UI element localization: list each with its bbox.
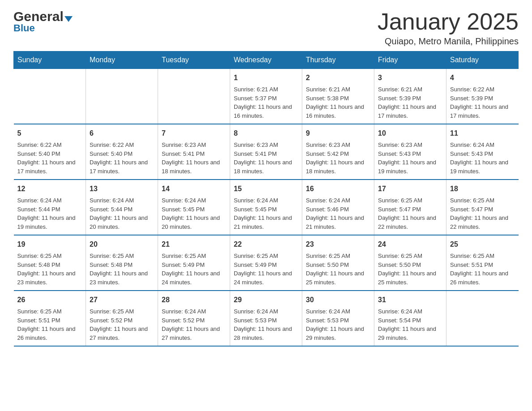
- day-number: 10: [378, 128, 442, 139]
- day-info: Sunrise: 6:25 AM Sunset: 5:52 PM Dayligh…: [90, 307, 154, 342]
- day-number: 11: [450, 128, 515, 139]
- day-number: 16: [306, 184, 370, 194]
- logo-general-text: General: [13, 9, 64, 24]
- col-tuesday: Tuesday: [158, 51, 230, 69]
- calendar-cell: 15Sunrise: 6:24 AM Sunset: 5:45 PM Dayli…: [230, 180, 302, 235]
- col-wednesday: Wednesday: [230, 51, 302, 69]
- day-info: Sunrise: 6:21 AM Sunset: 5:38 PM Dayligh…: [306, 85, 370, 120]
- day-number: 1: [234, 73, 298, 83]
- calendar-cell: 29Sunrise: 6:24 AM Sunset: 5:53 PM Dayli…: [230, 291, 302, 346]
- day-number: 27: [90, 295, 154, 305]
- calendar-cell: [14, 69, 86, 124]
- day-info: Sunrise: 6:24 AM Sunset: 5:46 PM Dayligh…: [306, 196, 370, 231]
- calendar-cell: 1Sunrise: 6:21 AM Sunset: 5:37 PM Daylig…: [230, 69, 302, 124]
- day-number: 12: [17, 184, 82, 194]
- calendar-cell: [446, 291, 519, 346]
- day-number: 31: [378, 295, 442, 305]
- calendar-cell: 5Sunrise: 6:22 AM Sunset: 5:40 PM Daylig…: [14, 124, 86, 180]
- calendar-cell: 23Sunrise: 6:25 AM Sunset: 5:50 PM Dayli…: [302, 235, 374, 291]
- calendar-cell: 6Sunrise: 6:22 AM Sunset: 5:40 PM Daylig…: [86, 124, 158, 180]
- col-sunday: Sunday: [14, 51, 86, 69]
- day-number: 20: [90, 239, 154, 250]
- day-number: 6: [90, 128, 154, 139]
- col-monday: Monday: [86, 51, 158, 69]
- day-number: 8: [234, 128, 298, 139]
- day-info: Sunrise: 6:24 AM Sunset: 5:43 PM Dayligh…: [450, 141, 515, 176]
- calendar-cell: 16Sunrise: 6:24 AM Sunset: 5:46 PM Dayli…: [302, 180, 374, 235]
- day-number: 2: [306, 73, 370, 83]
- calendar-cell: [86, 69, 158, 124]
- day-number: 25: [450, 239, 515, 250]
- day-info: Sunrise: 6:24 AM Sunset: 5:53 PM Dayligh…: [234, 307, 298, 342]
- calendar-cell: 3Sunrise: 6:21 AM Sunset: 5:39 PM Daylig…: [374, 69, 446, 124]
- day-number: 14: [162, 184, 226, 194]
- day-info: Sunrise: 6:23 AM Sunset: 5:42 PM Dayligh…: [306, 141, 370, 176]
- calendar-cell: 22Sunrise: 6:25 AM Sunset: 5:49 PM Dayli…: [230, 235, 302, 291]
- calendar-cell: 26Sunrise: 6:25 AM Sunset: 5:51 PM Dayli…: [14, 291, 86, 346]
- col-friday: Friday: [374, 51, 446, 69]
- day-info: Sunrise: 6:24 AM Sunset: 5:44 PM Dayligh…: [90, 196, 154, 231]
- day-number: 22: [234, 239, 298, 250]
- day-info: Sunrise: 6:24 AM Sunset: 5:44 PM Dayligh…: [17, 196, 82, 231]
- day-number: 30: [306, 295, 370, 305]
- day-info: Sunrise: 6:25 AM Sunset: 5:49 PM Dayligh…: [234, 252, 298, 287]
- day-number: 29: [234, 295, 298, 305]
- day-info: Sunrise: 6:24 AM Sunset: 5:54 PM Dayligh…: [378, 307, 442, 342]
- day-info: Sunrise: 6:24 AM Sunset: 5:45 PM Dayligh…: [234, 196, 298, 231]
- col-saturday: Saturday: [446, 51, 519, 69]
- day-number: 4: [450, 73, 515, 83]
- day-info: Sunrise: 6:22 AM Sunset: 5:39 PM Dayligh…: [450, 85, 515, 120]
- calendar-week-row: 5Sunrise: 6:22 AM Sunset: 5:40 PM Daylig…: [14, 124, 519, 180]
- day-info: Sunrise: 6:23 AM Sunset: 5:43 PM Dayligh…: [378, 141, 442, 176]
- day-number: 23: [306, 239, 370, 250]
- day-info: Sunrise: 6:24 AM Sunset: 5:53 PM Dayligh…: [306, 307, 370, 342]
- day-info: Sunrise: 6:25 AM Sunset: 5:51 PM Dayligh…: [450, 252, 515, 287]
- calendar-cell: 31Sunrise: 6:24 AM Sunset: 5:54 PM Dayli…: [374, 291, 446, 346]
- day-info: Sunrise: 6:22 AM Sunset: 5:40 PM Dayligh…: [90, 141, 154, 176]
- calendar-cell: 25Sunrise: 6:25 AM Sunset: 5:51 PM Dayli…: [446, 235, 519, 291]
- calendar-cell: 13Sunrise: 6:24 AM Sunset: 5:44 PM Dayli…: [86, 180, 158, 235]
- calendar-week-row: 26Sunrise: 6:25 AM Sunset: 5:51 PM Dayli…: [14, 291, 519, 346]
- calendar-week-row: 12Sunrise: 6:24 AM Sunset: 5:44 PM Dayli…: [14, 180, 519, 235]
- calendar-header: Sunday Monday Tuesday Wednesday Thursday…: [14, 51, 519, 69]
- day-info: Sunrise: 6:22 AM Sunset: 5:40 PM Dayligh…: [17, 141, 82, 176]
- title-section: January 2025 Quiapo, Metro Manila, Phili…: [378, 9, 519, 47]
- calendar-cell: 19Sunrise: 6:25 AM Sunset: 5:48 PM Dayli…: [14, 235, 86, 291]
- calendar-week-row: 1Sunrise: 6:21 AM Sunset: 5:37 PM Daylig…: [14, 69, 519, 124]
- day-info: Sunrise: 6:25 AM Sunset: 5:50 PM Dayligh…: [378, 252, 442, 287]
- day-info: Sunrise: 6:25 AM Sunset: 5:48 PM Dayligh…: [17, 252, 82, 287]
- calendar-cell: 11Sunrise: 6:24 AM Sunset: 5:43 PM Dayli…: [446, 124, 519, 180]
- logo: General Blue: [13, 9, 73, 34]
- calendar-cell: 8Sunrise: 6:23 AM Sunset: 5:41 PM Daylig…: [230, 124, 302, 180]
- day-number: 24: [378, 239, 442, 250]
- day-info: Sunrise: 6:25 AM Sunset: 5:51 PM Dayligh…: [17, 307, 82, 342]
- calendar-cell: 4Sunrise: 6:22 AM Sunset: 5:39 PM Daylig…: [446, 69, 519, 124]
- month-title: January 2025: [378, 9, 519, 34]
- day-number: 3: [378, 73, 442, 83]
- location-text: Quiapo, Metro Manila, Philippines: [378, 36, 519, 47]
- day-info: Sunrise: 6:25 AM Sunset: 5:48 PM Dayligh…: [90, 252, 154, 287]
- day-info: Sunrise: 6:25 AM Sunset: 5:47 PM Dayligh…: [378, 196, 442, 231]
- logo-wrapper: General: [13, 9, 73, 24]
- days-of-week-row: Sunday Monday Tuesday Wednesday Thursday…: [14, 51, 519, 69]
- day-number: 15: [234, 184, 298, 194]
- day-info: Sunrise: 6:25 AM Sunset: 5:47 PM Dayligh…: [450, 196, 515, 231]
- calendar-cell: 10Sunrise: 6:23 AM Sunset: 5:43 PM Dayli…: [374, 124, 446, 180]
- day-number: 21: [162, 239, 226, 250]
- calendar-cell: 17Sunrise: 6:25 AM Sunset: 5:47 PM Dayli…: [374, 180, 446, 235]
- calendar-cell: 27Sunrise: 6:25 AM Sunset: 5:52 PM Dayli…: [86, 291, 158, 346]
- day-number: 28: [162, 295, 226, 305]
- logo-arrow-icon: [64, 16, 73, 22]
- calendar-cell: 14Sunrise: 6:24 AM Sunset: 5:45 PM Dayli…: [158, 180, 230, 235]
- logo-blue-text: Blue: [13, 22, 35, 34]
- calendar-cell: 28Sunrise: 6:24 AM Sunset: 5:52 PM Dayli…: [158, 291, 230, 346]
- day-number: 26: [17, 295, 82, 305]
- calendar-cell: 20Sunrise: 6:25 AM Sunset: 5:48 PM Dayli…: [86, 235, 158, 291]
- calendar-cell: 7Sunrise: 6:23 AM Sunset: 5:41 PM Daylig…: [158, 124, 230, 180]
- calendar-cell: 2Sunrise: 6:21 AM Sunset: 5:38 PM Daylig…: [302, 69, 374, 124]
- page-header: General Blue January 2025 Quiapo, Metro …: [13, 9, 519, 47]
- day-info: Sunrise: 6:25 AM Sunset: 5:49 PM Dayligh…: [162, 252, 226, 287]
- calendar-cell: 30Sunrise: 6:24 AM Sunset: 5:53 PM Dayli…: [302, 291, 374, 346]
- day-number: 19: [17, 239, 82, 250]
- day-number: 17: [378, 184, 442, 194]
